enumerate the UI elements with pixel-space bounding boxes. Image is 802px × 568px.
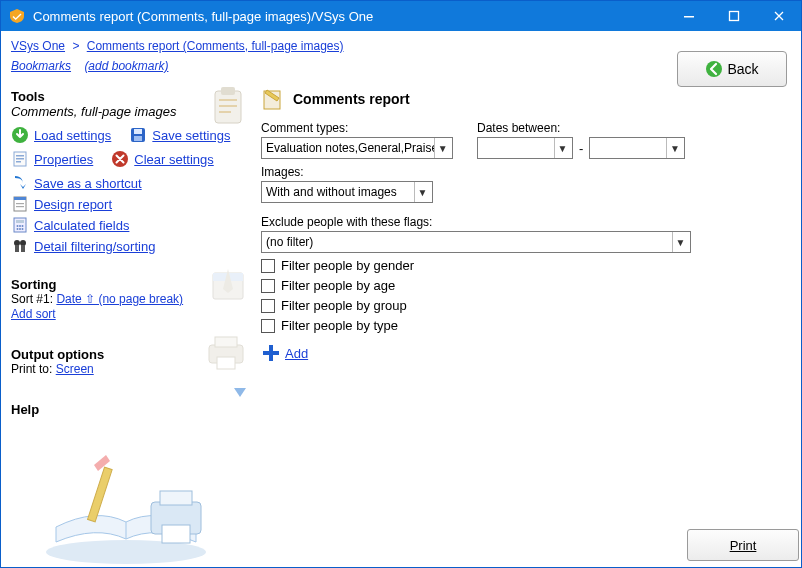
filter-group-checkbox[interactable] [261, 299, 275, 313]
svg-rect-1 [729, 12, 738, 21]
main-title-row: Comments report [261, 85, 787, 113]
breadcrumb-root[interactable]: VSys One [11, 39, 65, 53]
dropdown-arrow-icon: ▼ [434, 138, 450, 158]
images-label: Images: [261, 165, 433, 179]
help-expand-icon[interactable] [231, 383, 249, 401]
main-title: Comments report [293, 91, 410, 107]
svg-rect-13 [16, 155, 24, 157]
shortcut-icon [11, 174, 29, 192]
svg-point-24 [19, 225, 21, 227]
clear-settings-link[interactable]: Clear settings [134, 152, 213, 167]
maximize-button[interactable] [711, 1, 756, 31]
svg-point-38 [46, 540, 206, 564]
calendar-pin-icon [207, 263, 249, 305]
add-sort-link[interactable]: Add sort [11, 307, 56, 321]
breadcrumb: VSys One > Comments report (Comments, fu… [11, 37, 791, 59]
filter-type-label: Filter people by type [281, 318, 398, 333]
print-target-link[interactable]: Screen [56, 362, 94, 376]
print-to-label: Print to: [11, 362, 52, 376]
load-icon [11, 126, 29, 144]
add-filter-link[interactable]: Add [285, 346, 308, 361]
detail-icon [11, 237, 29, 255]
svg-point-26 [17, 228, 19, 230]
filter-age-checkbox[interactable] [261, 279, 275, 293]
svg-point-28 [22, 228, 24, 230]
date-from-dropdown[interactable]: ▼ [477, 137, 573, 159]
save-settings-link[interactable]: Save settings [152, 128, 230, 143]
svg-point-23 [17, 225, 19, 227]
date-range-dash: - [577, 141, 585, 159]
print-button[interactable]: Print [687, 529, 799, 561]
detail-filtering-link[interactable]: Detail filtering/sorting [34, 239, 155, 254]
calculated-fields-link[interactable]: Calculated fields [34, 218, 129, 233]
svg-rect-45 [263, 351, 279, 355]
save-icon [129, 126, 147, 144]
design-icon [11, 195, 29, 213]
svg-rect-19 [16, 203, 24, 204]
exclude-flags-value: (no filter) [266, 235, 313, 249]
sort-prefix: Sort #1: [11, 292, 53, 306]
filter-type-checkbox[interactable] [261, 319, 275, 333]
back-button[interactable]: Back [677, 51, 787, 87]
date-to-dropdown[interactable]: ▼ [589, 137, 685, 159]
comment-types-value: Evaluation notes,General,Praise [266, 141, 434, 155]
titlebar: Comments report (Comments, full-page ima… [1, 1, 801, 31]
minimize-button[interactable] [666, 1, 711, 31]
clipboard-icon [207, 85, 249, 127]
svg-rect-37 [217, 357, 235, 369]
svg-point-27 [19, 228, 21, 230]
printer-icon [203, 329, 249, 375]
svg-point-2 [706, 61, 722, 77]
svg-rect-14 [16, 158, 24, 160]
comment-types-label: Comment types: [261, 121, 453, 135]
svg-rect-32 [21, 245, 25, 252]
close-button[interactable] [756, 1, 801, 31]
images-value: With and without images [266, 185, 397, 199]
sort-link[interactable]: Date ⇧ (no page break) [56, 292, 183, 306]
svg-rect-10 [134, 129, 142, 134]
add-bookmark-link[interactable]: (add bookmark) [84, 59, 168, 73]
exclude-flags-label: Exclude people with these flags: [261, 215, 691, 229]
svg-rect-0 [684, 16, 694, 18]
svg-rect-42 [162, 525, 190, 543]
decorative-book-printer-icon [36, 447, 216, 567]
print-label: Print [730, 538, 757, 553]
exclude-flags-dropdown[interactable]: (no filter) ▼ [261, 231, 691, 253]
filter-age-label: Filter people by age [281, 278, 395, 293]
images-dropdown[interactable]: With and without images ▼ [261, 181, 433, 203]
add-plus-icon [261, 343, 281, 363]
save-shortcut-link[interactable]: Save as a shortcut [34, 176, 142, 191]
breadcrumb-separator: > [68, 39, 83, 53]
breadcrumb-current[interactable]: Comments report (Comments, full-page ima… [87, 39, 344, 53]
bookmarks-link[interactable]: Bookmarks [11, 59, 71, 73]
clear-icon [111, 150, 129, 168]
left-panel: Tools Comments, full-page images Load se… [1, 83, 261, 567]
svg-rect-7 [219, 111, 231, 113]
main-panel: Comments report Comment types: Evaluatio… [261, 83, 801, 567]
svg-rect-31 [15, 245, 19, 252]
svg-rect-18 [14, 197, 26, 200]
svg-rect-36 [215, 337, 237, 347]
properties-link[interactable]: Properties [34, 152, 93, 167]
svg-rect-15 [16, 161, 21, 163]
svg-rect-41 [160, 491, 192, 505]
properties-icon [11, 150, 29, 168]
filter-gender-checkbox[interactable] [261, 259, 275, 273]
svg-rect-6 [219, 105, 237, 107]
dropdown-arrow-icon: ▼ [414, 182, 430, 202]
back-label: Back [727, 61, 758, 77]
svg-rect-4 [221, 87, 235, 95]
load-settings-link[interactable]: Load settings [34, 128, 111, 143]
comment-types-dropdown[interactable]: Evaluation notes,General,Praise ▼ [261, 137, 453, 159]
calc-icon [11, 216, 29, 234]
design-report-link[interactable]: Design report [34, 197, 112, 212]
svg-rect-39 [88, 467, 113, 522]
svg-rect-22 [16, 220, 24, 223]
window-title: Comments report (Comments, full-page ima… [33, 9, 666, 24]
svg-rect-11 [134, 136, 142, 141]
bookmarks-row: Bookmarks (add bookmark) [11, 59, 791, 79]
dates-between-label: Dates between: [477, 121, 685, 135]
help-heading: Help [11, 402, 255, 417]
svg-rect-5 [219, 99, 237, 101]
content: Tools Comments, full-page images Load se… [1, 83, 801, 567]
